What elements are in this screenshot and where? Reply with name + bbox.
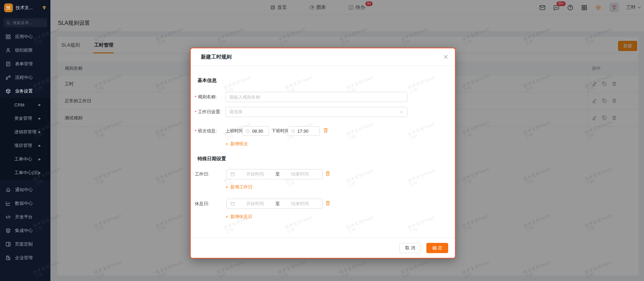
sidebar-subitem-label: 工单中心 <box>14 156 32 162</box>
sidebar-item-notification-center[interactable]: 通知中心 <box>0 183 50 197</box>
plus-icon: + <box>225 214 228 219</box>
dialog-header: 新建工时规则 <box>191 48 455 66</box>
sidebar: 技 技术支... 应用中心 组织权限 <box>0 0 50 281</box>
sidebar-subitem-ticket-center[interactable]: 工单中心 ▶ <box>0 152 50 166</box>
sidebar-item-org-permission[interactable]: 组织权限 <box>0 44 50 57</box>
delete-restday-icon[interactable] <box>325 200 331 206</box>
flow-icon <box>5 75 11 80</box>
workday-setting-select[interactable]: 请选择 <box>225 107 407 117</box>
close-icon[interactable] <box>443 54 448 59</box>
dialog-title: 新建工时规则 <box>201 54 232 60</box>
sidebar-subitem-crm[interactable]: CRM ▶ <box>0 98 50 112</box>
delete-shift-icon[interactable] <box>323 128 329 133</box>
bell-icon <box>5 187 11 193</box>
sidebar-item-dev-platform[interactable]: 开发平台 <box>0 210 50 224</box>
sidebar-subitem-label: 工单中心(旧) <box>14 170 40 176</box>
sidebar-subitem-label: 进销存管理 <box>14 129 36 135</box>
cube-icon <box>5 88 11 94</box>
search-input[interactable] <box>13 20 43 25</box>
shift-start-time-input[interactable] <box>242 126 269 136</box>
sidebar-item-label: 业务设置 <box>15 88 33 94</box>
shift-info-label: * 班次信息: <box>195 126 217 136</box>
workday-label: 工作日: <box>195 169 209 179</box>
sidebar-item-label: 开发平台 <box>15 214 33 220</box>
chevron-right-icon: ▶ <box>38 130 41 134</box>
menu-search[interactable] <box>3 18 47 27</box>
required-asterisk: * <box>195 129 197 134</box>
sidebar-menu-top: 应用中心 组织权限 表单管理 流程中心 <box>0 30 50 98</box>
calendar-icon <box>230 172 235 177</box>
chart-icon <box>5 201 11 206</box>
sidebar-item-label: 流程中心 <box>15 75 33 81</box>
building-icon <box>5 255 11 261</box>
chevron-right-icon: ▶ <box>38 158 41 161</box>
search-icon <box>6 21 11 25</box>
range-to-label: 至 <box>276 201 280 207</box>
range-end-placeholder: 结束时间 <box>281 201 319 207</box>
add-workday-link[interactable]: + 新增工作日 <box>225 183 252 191</box>
sidebar-item-label: 通知中心 <box>15 187 33 193</box>
delete-workday-icon[interactable] <box>325 171 331 177</box>
shift-start-time-value[interactable] <box>252 129 267 134</box>
sidebar-item-label: 应用中心 <box>15 34 33 40</box>
shift-end-time-input[interactable] <box>288 126 320 136</box>
sidebar-item-label: 表单管理 <box>15 61 33 67</box>
sidebar-subitem-project[interactable]: 项目管理 ▶ <box>0 139 50 152</box>
chevron-right-icon: ▶ <box>38 144 41 147</box>
plus-icon: + <box>225 141 228 147</box>
chevron-right-icon: ▶ <box>38 117 41 120</box>
sidebar-menu-bottom: 通知中心 数据中心 开发平台 集成中心 <box>0 183 50 265</box>
code-icon <box>5 214 11 220</box>
sidebar-item-enterprise-mgmt[interactable]: 企业管理 <box>0 251 50 265</box>
sidebar-item-label: 页面定制 <box>15 241 33 247</box>
shift-start-label: 上班时间 <box>225 126 243 136</box>
clock-icon <box>291 129 295 133</box>
sidebar-item-data-center[interactable]: 数据中心 <box>0 197 50 210</box>
range-end-placeholder: 结束时间 <box>281 171 319 177</box>
range-start-placeholder: 开始时间 <box>236 171 274 177</box>
sidebar-item-label: 组织权限 <box>15 47 33 53</box>
sidebar-subitem-label: 项目管理 <box>14 143 32 149</box>
app-name: 技术支... <box>16 5 39 11</box>
chevron-right-icon: ▶ <box>38 103 41 106</box>
required-asterisk: * <box>195 110 197 115</box>
sidebar-item-label: 数据中心 <box>15 200 33 206</box>
dialog-footer: 取 消 确 定 <box>191 237 455 258</box>
sidebar-subitem-funds[interactable]: 资金管理 ▶ <box>0 112 50 125</box>
sidebar-subitem-label: CRM <box>14 102 25 108</box>
sidebar-item-label: 企业管理 <box>15 255 33 261</box>
rule-name-label: * 规则名称: <box>195 92 217 102</box>
confirm-button[interactable]: 确 定 <box>426 243 448 253</box>
gem-icon <box>42 5 47 11</box>
app-root: 技 技术支... 应用中心 组织权限 <box>0 0 644 281</box>
range-to-label: 至 <box>276 171 280 177</box>
workday-range-input[interactable]: 开始时间 至 结束时间 <box>226 169 323 179</box>
add-restday-link[interactable]: + 新增休息日 <box>225 213 252 221</box>
restday-range-input[interactable]: 开始时间 至 结束时间 <box>226 199 323 209</box>
cancel-button[interactable]: 取 消 <box>399 243 421 253</box>
shift-end-time-value[interactable] <box>297 129 312 134</box>
logo-row: 技 技术支... <box>0 0 50 15</box>
sidebar-item-process-center[interactable]: 流程中心 <box>0 71 50 84</box>
section-special-dates: 特殊日期设置 <box>198 156 226 162</box>
section-basic-info: 基本信息 <box>198 78 217 84</box>
calendar-icon <box>230 201 235 206</box>
add-shift-link[interactable]: + 新增班次 <box>225 140 248 148</box>
rule-name-input[interactable] <box>225 92 407 102</box>
range-start-placeholder: 开始时间 <box>236 201 274 207</box>
select-placeholder: 请选择 <box>229 109 399 115</box>
clock-icon <box>246 129 250 133</box>
app-logo: 技 <box>4 3 13 12</box>
layers-icon <box>5 228 11 233</box>
dialog-body: 基本信息 * 规则名称: * 工作日设置: 请选择 * 班次信息: <box>191 66 455 237</box>
shift-end-label: 下班时间 <box>271 126 289 136</box>
sidebar-item-app-center[interactable]: 应用中心 <box>0 30 50 44</box>
sidebar-item-integration-center[interactable]: 集成中心 <box>0 224 50 237</box>
sidebar-subitem-ticket-center-old[interactable]: 工单中心(旧) ▶ <box>0 166 50 180</box>
sidebar-item-page-customization[interactable]: 页面定制 <box>0 237 50 251</box>
sidebar-submenu: CRM ▶ 资金管理 ▶ 进销存管理 ▶ 项目管理 ▶ 工单中心 ▶ 工单中心(… <box>0 98 50 180</box>
sidebar-item-form-mgmt[interactable]: 表单管理 <box>0 57 50 71</box>
sidebar-subitem-inventory[interactable]: 进销存管理 ▶ <box>0 125 50 139</box>
restday-label: 休息日: <box>195 199 209 209</box>
sidebar-item-business-settings[interactable]: 业务设置 <box>0 84 50 98</box>
